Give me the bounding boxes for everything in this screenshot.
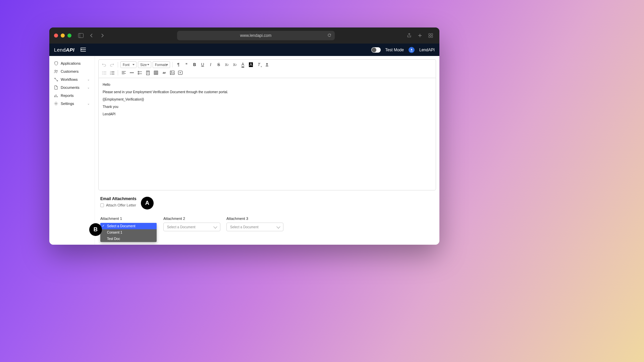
formats-select[interactable]: Formats: [153, 61, 170, 68]
redo-icon: [109, 61, 115, 68]
svg-rect-29: [138, 71, 139, 72]
superscript-icon[interactable]: X2: [231, 61, 238, 68]
url-text: www.lendapi.com: [177, 33, 335, 38]
link-icon[interactable]: [161, 69, 167, 76]
check-icon: ✓: [102, 224, 105, 228]
svg-point-13: [102, 72, 103, 73]
hr-icon[interactable]: [128, 69, 135, 76]
underline-icon[interactable]: U: [199, 61, 206, 68]
logo-pre: Lend: [54, 47, 66, 53]
sidebar-item-label: Settings: [61, 102, 74, 106]
font-select[interactable]: Font: [120, 61, 137, 68]
subscript-icon[interactable]: X2: [223, 61, 230, 68]
nav-back-button[interactable]: [88, 32, 96, 40]
attachment-label: Attachment 1: [100, 217, 157, 221]
attachment-2-select[interactable]: Select a Document: [163, 223, 220, 231]
sidebar-collapse-icon[interactable]: [80, 47, 86, 53]
table-icon[interactable]: [153, 69, 159, 76]
svg-point-39: [171, 72, 171, 72]
editor-line: Hello: [103, 82, 432, 87]
test-mode-toggle[interactable]: [371, 47, 381, 53]
attachment-3-select[interactable]: Select a Document: [226, 223, 283, 231]
sidebar-item-workflows[interactable]: Workflows ⌄: [51, 75, 93, 83]
sidebar: Applications Customers Workflows ⌄ Docum…: [49, 56, 95, 245]
logo-post: API: [66, 47, 74, 53]
dropdown-option-testdoc[interactable]: Test Doc: [100, 236, 157, 242]
browser-chrome: www.lendapi.com: [49, 27, 439, 44]
sidebar-item-label: Documents: [61, 85, 79, 89]
gear-icon: [54, 102, 58, 106]
attachment-label: Attachment 3: [226, 217, 283, 221]
account-label: LendAPI: [419, 48, 435, 52]
image-icon[interactable]: [169, 69, 175, 76]
svg-point-14: [102, 74, 103, 74]
app-header: LendAPI Test Mode LendAPI: [49, 44, 439, 56]
nav-forward-button[interactable]: [98, 32, 106, 40]
sidebar-item-reports[interactable]: Reports: [51, 92, 93, 100]
svg-text:3: 3: [110, 73, 111, 75]
sidebar-item-label: Applications: [61, 61, 80, 65]
app-body: Applications Customers Workflows ⌄ Docum…: [49, 56, 439, 245]
align-icon[interactable]: [120, 69, 127, 76]
tab-overview-icon[interactable]: [427, 32, 435, 40]
text-box-icon[interactable]: T: [145, 69, 151, 76]
strikethrough-icon[interactable]: S: [215, 61, 222, 68]
window-minimize-button[interactable]: [61, 34, 65, 38]
svg-rect-4: [429, 36, 430, 38]
clear-format-icon[interactable]: T×: [256, 61, 262, 68]
text-color-icon[interactable]: A: [239, 61, 246, 68]
sidebar-item-settings[interactable]: Settings ⌄: [51, 100, 93, 108]
blockquote-icon[interactable]: “: [183, 61, 190, 68]
header-right: Test Mode LendAPI: [371, 47, 435, 53]
size-select[interactable]: Size: [138, 61, 151, 68]
annotation-b: B: [89, 223, 102, 236]
svg-rect-5: [431, 36, 433, 38]
svg-rect-3: [431, 34, 433, 35]
attachment-label: Attachment 2: [163, 217, 220, 221]
svg-point-12: [102, 71, 103, 72]
doc-icon: [54, 85, 58, 89]
svg-rect-38: [170, 71, 174, 75]
numbered-list-icon[interactable]: 123: [109, 69, 115, 76]
new-tab-icon[interactable]: [416, 32, 424, 40]
editor-body[interactable]: Hello Please send in your Employment Ver…: [98, 78, 436, 190]
sidebar-item-documents[interactable]: Documents ⌄: [51, 83, 93, 92]
sidebar-item-customers[interactable]: Customers: [51, 67, 93, 75]
italic-icon[interactable]: I: [207, 61, 214, 68]
bulleted-list-icon[interactable]: [101, 69, 107, 76]
editor-line: {{Employment_Verification}}: [103, 97, 432, 102]
media-icon[interactable]: [177, 69, 183, 76]
paragraph-icon[interactable]: ¶: [175, 61, 182, 68]
dropdown-option-select[interactable]: ✓ Select a Document: [100, 223, 157, 229]
svg-point-6: [411, 49, 412, 50]
checklist-icon[interactable]: [137, 69, 143, 76]
dropdown-option-consent1[interactable]: Consent 1: [100, 229, 157, 236]
share-icon[interactable]: [405, 32, 413, 40]
svg-rect-0: [78, 34, 84, 38]
highlight-icon[interactable]: A: [248, 61, 254, 68]
account-avatar[interactable]: [409, 47, 415, 53]
main-content: Font Size Formats ¶ “ B U I S X2 X2 A A …: [95, 56, 439, 245]
attachment-2-group: Attachment 2 Select a Document: [163, 217, 220, 231]
svg-point-9: [54, 78, 55, 79]
undo-icon: [101, 61, 107, 68]
url-bar[interactable]: www.lendapi.com: [177, 31, 335, 40]
upload-icon[interactable]: [264, 61, 270, 68]
attachment-1-dropdown[interactable]: ✓ Select a Document Consent 1 Test Doc: [100, 223, 157, 242]
window-close-button[interactable]: [54, 34, 58, 38]
test-mode-label: Test Mode: [385, 48, 404, 52]
bold-icon[interactable]: B: [191, 61, 198, 68]
sidebar-item-applications[interactable]: Applications: [51, 59, 93, 67]
reload-icon[interactable]: [327, 33, 331, 38]
traffic-lights: [54, 34, 71, 38]
shield-icon: [54, 61, 58, 65]
browser-window: www.lendapi.com LendAPI Test Mode: [49, 27, 439, 245]
sidebar-item-label: Workflows: [61, 77, 78, 81]
svg-rect-30: [138, 73, 139, 74]
sidebar-toggle-icon[interactable]: [77, 32, 85, 40]
window-maximize-button[interactable]: [67, 34, 71, 38]
svg-rect-2: [429, 34, 430, 35]
chevron-down-icon: ⌄: [87, 102, 90, 105]
attachment-3-group: Attachment 3 Select a Document: [226, 217, 283, 231]
editor-line: Thank you: [103, 104, 432, 110]
